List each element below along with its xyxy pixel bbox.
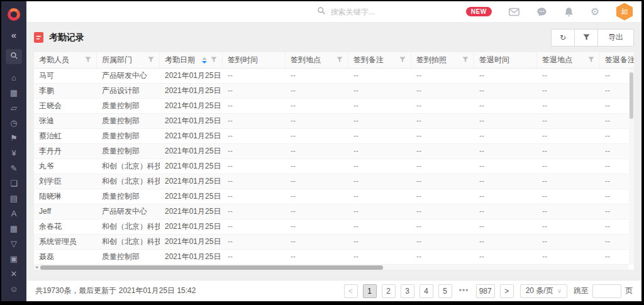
app-logo[interactable] <box>8 8 20 21</box>
table-row[interactable]: 蔡治虹质量控制部2021年01月25日 00:00-------------- <box>34 129 634 144</box>
table-cell: -- <box>474 144 537 158</box>
horizontal-scrollbar[interactable]: ◂ <box>34 265 629 270</box>
table-cell: -- <box>411 219 474 234</box>
page-button-5[interactable]: 5 <box>438 284 452 298</box>
layers-icon[interactable]: ≡ <box>1 297 26 301</box>
home-icon[interactable]: ⌂ <box>1 70 26 86</box>
table-cell: -- <box>537 235 600 249</box>
table-cell: -- <box>348 235 411 249</box>
search-icon <box>10 51 18 62</box>
device-icon[interactable]: ▣ <box>1 252 26 267</box>
page-button-4[interactable]: 4 <box>419 284 433 298</box>
table-cell: 李鹏 <box>34 84 97 98</box>
mail-icon[interactable] <box>509 8 519 16</box>
table-cell: 丸爷 <box>34 159 97 174</box>
table-cell: -- <box>348 174 411 189</box>
table-cell: Jeff <box>34 204 97 219</box>
refresh-button[interactable]: ↻ <box>551 29 575 47</box>
finance-icon[interactable]: ¥ <box>1 146 26 161</box>
clipboard-icon[interactable]: ❏ <box>1 176 26 191</box>
share-icon[interactable]: ⚑ <box>1 131 26 146</box>
table-row[interactable]: 李丹丹质量控制部2021年01月25日 00:00-------------- <box>34 144 634 159</box>
schedule-icon[interactable]: ▦ <box>1 86 26 101</box>
column-filter-icon[interactable] <box>588 56 594 65</box>
attendance-calendar-icon[interactable]: ▦ <box>1 221 26 236</box>
column-header-label: 签到时间 <box>228 55 258 65</box>
sidebar-search-button[interactable] <box>6 49 22 64</box>
table-cell: -- <box>411 250 474 264</box>
organization-icon[interactable]: ▤ <box>1 191 26 206</box>
close-icon[interactable]: ✕ <box>1 267 26 282</box>
new-badge[interactable]: NEW <box>466 7 492 16</box>
table-cell: -- <box>537 159 600 174</box>
contacts-icon[interactable]: A <box>1 206 26 221</box>
next-page-button[interactable]: > <box>500 284 514 298</box>
bell-icon[interactable] <box>564 7 574 17</box>
table-row[interactable]: 系统管理员和创（北京）科技股份...2021年01月25日 00:00-----… <box>34 235 634 250</box>
column-filter-icon[interactable] <box>211 56 217 65</box>
search-input[interactable] <box>331 8 413 16</box>
collapse-sidebar-icon[interactable]: « <box>11 30 16 40</box>
user-avatar[interactable]: 如 <box>616 3 633 21</box>
table-cell: -- <box>223 189 286 204</box>
table-row[interactable]: 聂磊质量控制部2021年01月25日 00:00-------------- <box>34 250 634 265</box>
page-size-select[interactable]: 20 条/页∨ <box>520 284 567 298</box>
table-cell: -- <box>286 250 348 264</box>
table-cell: -- <box>474 174 537 189</box>
table-row[interactable]: Jeff产品研发中心2021年01月25日 00:00-------------… <box>34 204 634 219</box>
global-search[interactable] <box>317 6 427 18</box>
prev-page-button[interactable]: < <box>344 284 358 298</box>
page-button-1[interactable]: 1 <box>363 284 377 298</box>
column-header-label: 签到地点 <box>291 55 321 65</box>
sort-icon[interactable] <box>202 57 207 64</box>
table-cell: -- <box>348 204 411 219</box>
table-cell: -- <box>223 250 286 264</box>
vertical-scrollbar-thumb[interactable] <box>630 72 633 119</box>
page-button-987[interactable]: 987 <box>476 284 495 298</box>
column-filter-icon[interactable] <box>85 56 91 65</box>
table-row[interactable]: 刘学臣和创（北京）科技股份...2021年01月25日 00:00-------… <box>34 174 634 189</box>
table-row[interactable]: 王晓会质量控制部2021年01月25日 00:00-------------- <box>34 99 634 114</box>
table-row[interactable]: 张迪质量控制部2021年01月25日 00:00-------------- <box>34 114 634 129</box>
table-cell: -- <box>348 219 411 234</box>
table-row[interactable]: 陆晓琳质量控制部2021年01月25日 00:00-------------- <box>34 189 634 204</box>
table-cell: -- <box>286 204 348 219</box>
table-cell: -- <box>411 189 474 204</box>
table-row[interactable]: 丸爷和创（北京）科技股份...2021年01月25日 00:00--------… <box>34 159 634 174</box>
table-cell: -- <box>348 129 411 143</box>
time-icon[interactable]: ◷ <box>1 116 26 131</box>
export-button[interactable]: 导出 <box>597 29 634 47</box>
table-row[interactable]: 马可产品研发中心2021年01月25日 00:00-------------- <box>34 69 634 84</box>
page-button-3[interactable]: 3 <box>401 284 414 298</box>
table-cell: -- <box>537 99 600 113</box>
column-filter-icon[interactable] <box>399 56 406 65</box>
page-ellipsis[interactable]: ••• <box>457 284 471 298</box>
main-area: NEW ⚙ <box>26 1 641 301</box>
filter-button[interactable] <box>574 29 598 47</box>
table-row[interactable]: 余春花和创（北京）科技股份...2021年01月25日 00:00-------… <box>34 219 634 235</box>
scroll-left-arrow-icon[interactable]: ◂ <box>34 265 38 270</box>
table-cell: -- <box>411 99 474 113</box>
report-edit-icon[interactable]: ✎ <box>1 161 26 176</box>
table-cell: -- <box>474 84 537 98</box>
funnel-icon[interactable]: ▽ <box>1 236 26 252</box>
emoji-icon[interactable]: ☺ <box>1 282 26 297</box>
vertical-scrollbar[interactable] <box>629 69 634 265</box>
page-button-2[interactable]: 2 <box>382 284 396 298</box>
table-row[interactable]: 李鹏产品设计部2021年01月25日 00:00-------------- <box>34 84 634 99</box>
approval-icon[interactable]: ▱ <box>1 101 26 116</box>
chat-icon[interactable] <box>536 7 547 17</box>
table-cell: -- <box>348 189 411 204</box>
jump-page-input[interactable] <box>592 284 621 298</box>
column-header: 签到地点 <box>286 52 348 68</box>
column-filter-icon[interactable] <box>148 56 154 65</box>
page-unit-label: 页 <box>625 286 633 296</box>
gear-icon[interactable]: ⚙ <box>591 7 599 17</box>
table-cell: 质量控制部 <box>97 250 160 264</box>
column-filter-icon[interactable] <box>462 56 469 65</box>
horizontal-scrollbar-thumb[interactable] <box>40 265 383 270</box>
table-cell: 2021年01月25日 00:00 <box>160 235 223 249</box>
table-toolbar: ↻ 导出 <box>552 29 634 47</box>
column-filter-icon[interactable] <box>336 56 343 65</box>
table-cell: -- <box>537 69 600 83</box>
